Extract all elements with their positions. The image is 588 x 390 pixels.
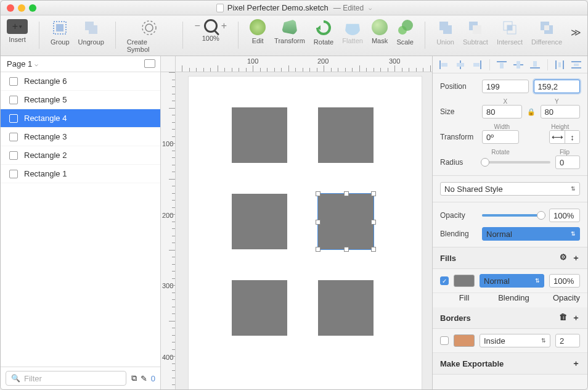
artboard[interactable]: [188, 76, 422, 389]
resize-handle-w[interactable]: [316, 220, 321, 225]
filter-input[interactable]: 🔍 Filter: [6, 371, 126, 386]
gear-icon[interactable]: ⚙: [560, 252, 567, 263]
make-exportable-header[interactable]: Make Exportable ＋: [433, 353, 587, 375]
opacity-input[interactable]: 100%: [549, 209, 580, 222]
svg-rect-35: [574, 64, 579, 66]
title-dropdown-icon[interactable]: ⌵: [369, 5, 372, 11]
resize-handle-s[interactable]: [344, 247, 349, 252]
resize-handle-se[interactable]: [371, 247, 376, 252]
zoom-control[interactable]: − + 100%: [194, 19, 227, 42]
union-button[interactable]: Union: [436, 19, 454, 46]
resize-handle-n[interactable]: [344, 191, 349, 196]
border-enabled-checkbox[interactable]: [440, 336, 449, 345]
resize-handle-e[interactable]: [371, 220, 376, 225]
window-minimize-button[interactable]: [18, 4, 25, 12]
border-width-input[interactable]: 2: [555, 334, 580, 347]
rectangle-shape[interactable]: [318, 107, 374, 163]
align-right-icon[interactable]: [472, 60, 482, 69]
document-icon: [216, 4, 224, 12]
opacity-slider[interactable]: [482, 214, 544, 217]
document-title: Pixel Perfecter Demo.sketch: [227, 3, 329, 12]
flip-h-icon[interactable]: ⟷: [550, 131, 565, 143]
transform-label: Transform: [440, 133, 477, 141]
align-left-icon[interactable]: [439, 60, 449, 69]
rectangle-icon: [9, 77, 18, 86]
layer-item[interactable]: Rectangle 4: [1, 109, 160, 128]
x-input[interactable]: 199: [482, 80, 529, 93]
transform-button[interactable]: Transform: [274, 19, 305, 44]
copy-icon[interactable]: ⧉: [131, 373, 137, 383]
document-status: — Edited: [333, 4, 364, 12]
flip-v-icon[interactable]: ↕: [565, 131, 579, 143]
rectangle-shape[interactable]: [232, 194, 287, 249]
y-input[interactable]: 159,2: [534, 80, 581, 93]
svg-rect-25: [500, 63, 504, 68]
radius-input[interactable]: 0: [555, 156, 580, 169]
layer-item[interactable]: Rectangle 6: [1, 72, 160, 91]
fill-enabled-checkbox[interactable]: ✓: [440, 276, 449, 285]
zoom-in-button[interactable]: +: [221, 20, 227, 31]
toolbar-overflow-button[interactable]: ≫: [571, 19, 581, 38]
edit-button[interactable]: Edit: [250, 19, 266, 44]
zoom-out-button[interactable]: −: [194, 20, 200, 31]
radius-label: Radius: [440, 158, 477, 167]
pages-list-icon[interactable]: [144, 60, 154, 68]
blending-select[interactable]: Normal⇅: [482, 227, 580, 241]
distribute-h-icon[interactable]: [555, 60, 565, 69]
selection-outline: [317, 193, 374, 250]
resize-handle-sw[interactable]: [316, 247, 321, 252]
rectangle-shape[interactable]: [318, 280, 374, 336]
mask-button[interactable]: Mask: [372, 19, 388, 44]
fill-swatch[interactable]: [454, 275, 475, 287]
scale-button[interactable]: Scale: [396, 19, 414, 46]
shared-style-select[interactable]: No Shared Style⇅: [440, 182, 580, 196]
rotate-button[interactable]: Rotate: [314, 19, 333, 46]
radius-slider[interactable]: [482, 161, 550, 164]
border-swatch[interactable]: [454, 334, 475, 347]
width-input[interactable]: 80: [482, 105, 522, 118]
layer-item[interactable]: Rectangle 1: [1, 165, 160, 183]
union-icon: [437, 19, 454, 36]
distribute-v-icon[interactable]: [571, 60, 581, 69]
align-bottom-icon[interactable]: [530, 60, 540, 69]
transform-icon: [282, 19, 298, 35]
group-button[interactable]: Group: [51, 19, 70, 46]
subtract-button[interactable]: Subtract: [463, 19, 488, 46]
flatten-button[interactable]: Flatten: [342, 19, 363, 44]
layer-item[interactable]: Rectangle 5: [1, 91, 160, 109]
rectangle-shape[interactable]: [232, 107, 287, 163]
trash-icon[interactable]: 🗑: [559, 312, 567, 323]
ungroup-button[interactable]: Ungroup: [78, 19, 104, 46]
align-hcenter-icon[interactable]: [455, 60, 465, 69]
slice-icon[interactable]: ✎: [141, 374, 147, 383]
add-fill-icon[interactable]: ＋: [572, 252, 580, 263]
intersect-button[interactable]: Intersect: [497, 19, 523, 46]
pages-header[interactable]: Page 1 ⌵: [1, 56, 160, 72]
border-position-select[interactable]: Inside⇅: [480, 334, 550, 347]
rectangle-shape[interactable]: [232, 280, 287, 336]
lock-aspect-icon[interactable]: 🔒: [527, 108, 536, 116]
svg-rect-11: [473, 25, 481, 34]
difference-button[interactable]: Difference: [531, 19, 562, 46]
layer-item[interactable]: Rectangle 2: [1, 146, 160, 165]
vertical-ruler: 100 200 300 400: [161, 72, 176, 389]
flip-toggle[interactable]: ⟷↕: [549, 130, 580, 144]
rotate-input[interactable]: 0º: [482, 130, 519, 144]
insert-button[interactable]: +▾ Insert: [7, 19, 28, 43]
align-top-icon[interactable]: [497, 60, 507, 69]
pages-dropdown-icon[interactable]: ⌵: [35, 60, 38, 67]
add-border-icon[interactable]: ＋: [572, 312, 580, 323]
align-vcenter-icon[interactable]: [513, 60, 523, 69]
layer-item[interactable]: Rectangle 3: [1, 128, 160, 146]
window-close-button[interactable]: [7, 4, 14, 12]
height-input[interactable]: 80: [541, 105, 581, 118]
create-symbol-button[interactable]: Create Symbol: [127, 19, 172, 53]
add-export-icon[interactable]: ＋: [572, 358, 580, 369]
fill-blend-select[interactable]: Normal⇅: [480, 274, 544, 288]
resize-handle-nw[interactable]: [316, 191, 321, 196]
resize-handle-ne[interactable]: [371, 191, 376, 196]
size-label: Size: [440, 107, 477, 116]
fill-opacity-input[interactable]: 100%: [549, 274, 580, 288]
canvas-viewport[interactable]: [176, 72, 432, 389]
window-maximize-button[interactable]: [29, 4, 36, 12]
